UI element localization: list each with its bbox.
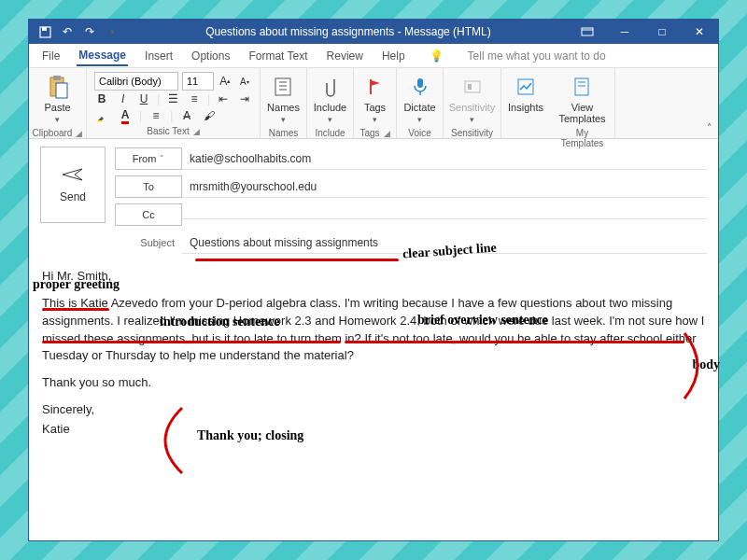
compose-area: Send From ˅ katie@schoolhabits.com To mr… (29, 139, 718, 455)
redo-icon[interactable]: ↷ (83, 25, 96, 38)
address-book-icon (271, 74, 297, 100)
body-thanks: Thank you so much. (42, 374, 705, 392)
align-icon[interactable]: ≡ (148, 107, 164, 124)
font-color-icon[interactable]: A (117, 107, 134, 124)
indent-left-icon[interactable]: ⇤ (216, 91, 231, 107)
tab-format-text[interactable]: Format Text (247, 47, 309, 65)
ribbon-tabs: File Message Insert Options Format Text … (29, 44, 718, 68)
tell-me-input[interactable]: Tell me what you want to do (468, 49, 606, 63)
ribbon-display-icon[interactable] (569, 20, 606, 44)
italic-icon[interactable]: I (115, 91, 130, 107)
ribbon: Paste ▾ Clipboard◢ A▴ A▾ B I U | ☰ ≡ | ⇤ (29, 68, 718, 139)
dictate-button[interactable]: Dictate▾ (404, 72, 435, 126)
sensitivity-button[interactable]: Sensitivity▾ (451, 72, 493, 126)
svg-rect-15 (465, 81, 480, 92)
tab-message[interactable]: Message (77, 46, 128, 66)
tags-button[interactable]: Tags▾ (361, 72, 388, 126)
group-templates: View Templates My Templates (550, 68, 615, 138)
voice-group-label: Voice (404, 126, 435, 141)
font-size-select[interactable] (182, 72, 214, 91)
highlight-icon[interactable] (94, 107, 111, 124)
body-closing-2: Katie (42, 421, 705, 439)
microphone-icon (407, 74, 433, 100)
underline-icon[interactable]: U (136, 91, 151, 107)
svg-rect-18 (575, 78, 588, 95)
svg-rect-16 (468, 84, 472, 90)
format-painter-icon[interactable]: 🖌 (201, 107, 218, 124)
sensitivity-label: Sensitivity (449, 102, 496, 113)
group-voice: Dictate▾ Voice (397, 68, 444, 138)
chevron-down-icon: ▾ (55, 115, 60, 124)
insights-button[interactable]: Insights (509, 72, 543, 115)
include-group-label: Include (315, 126, 345, 141)
shrink-font-icon[interactable]: A▾ (237, 73, 253, 90)
insights-icon (513, 74, 539, 100)
to-button[interactable]: To (115, 175, 182, 198)
names-button[interactable]: Names▾ (268, 72, 299, 126)
include-label: Include (314, 102, 346, 113)
from-button[interactable]: From ˅ (115, 147, 182, 170)
body-paragraph-1: This is Katie Azevedo from your D-period… (42, 295, 705, 365)
group-clipboard: Paste ▾ Clipboard◢ (29, 68, 87, 138)
svg-rect-1 (42, 27, 47, 31)
svg-rect-8 (275, 78, 290, 95)
titlebar: ↶ ↷ ▾ Questions about missing assignment… (29, 20, 718, 44)
indent-right-icon[interactable]: ⇥ (237, 91, 252, 107)
templates-icon (570, 74, 596, 100)
templates-label: View Templates (558, 102, 605, 124)
save-icon[interactable] (38, 25, 51, 38)
svg-rect-7 (97, 120, 102, 122)
group-names: Names▾ Names (261, 68, 307, 138)
sensitivity-group-label: Sensitivity (451, 126, 493, 141)
tags-group-label: Tags (359, 128, 379, 138)
maximize-button[interactable]: □ (643, 20, 681, 44)
clipboard-group-label: Clipboard (33, 128, 73, 138)
bullets-icon[interactable]: ☰ (165, 91, 180, 107)
from-field[interactable]: katie@schoolhabits.com (182, 148, 707, 170)
message-body[interactable]: Hi Mr. Smith, This is Katie Azevedo from… (40, 259, 707, 439)
qat-dropdown-icon[interactable]: ▾ (106, 25, 119, 38)
tab-review[interactable]: Review (325, 47, 365, 65)
clear-format-icon[interactable]: A̶ (178, 107, 195, 124)
bold-icon[interactable]: B (94, 91, 109, 107)
subject-label: Subject (115, 237, 182, 248)
names-group-label: Names (268, 126, 299, 141)
send-button[interactable]: Send (40, 147, 106, 223)
body-closing-1: Sincerely, (42, 401, 705, 419)
group-tags: Tags▾ Tags◢ (354, 68, 397, 138)
flag-icon (362, 74, 388, 100)
minimize-button[interactable]: ─ (606, 20, 643, 44)
close-button[interactable]: ✕ (681, 20, 718, 44)
tab-options[interactable]: Options (190, 47, 232, 65)
view-templates-button[interactable]: View Templates (557, 72, 607, 126)
grow-font-icon[interactable]: A▴ (218, 73, 233, 90)
numbering-icon[interactable]: ≡ (187, 91, 202, 107)
dictate-label: Dictate (403, 102, 435, 113)
clipboard-icon (45, 74, 71, 100)
svg-rect-5 (53, 76, 61, 80)
lightbulb-icon: 💡 (430, 49, 444, 63)
tab-file[interactable]: File (40, 47, 62, 65)
paste-button[interactable]: Paste ▾ (36, 72, 78, 126)
subject-field[interactable]: Questions about missing assignments (182, 232, 707, 254)
undo-icon[interactable]: ↶ (61, 25, 74, 38)
send-label: Send (60, 190, 86, 203)
font-name-select[interactable] (94, 72, 178, 91)
to-field[interactable]: mrsmith@yourschool.edu (182, 176, 707, 198)
send-icon (62, 167, 84, 185)
cc-field[interactable] (182, 211, 707, 219)
group-basic-text: A▴ A▾ B I U | ☰ ≡ | ⇤ ⇥ A | ≡ | A̶ (87, 68, 261, 138)
names-label: Names (267, 102, 300, 113)
collapse-ribbon-icon[interactable]: ˄ (707, 122, 712, 134)
svg-rect-6 (56, 83, 67, 98)
attachment-icon (317, 74, 344, 100)
group-sensitivity: Sensitivity▾ Sensitivity (444, 68, 501, 138)
include-button[interactable]: Include▾ (315, 72, 345, 126)
cc-button[interactable]: Cc (115, 203, 182, 226)
sensitivity-icon (459, 74, 486, 100)
tab-insert[interactable]: Insert (143, 47, 175, 65)
tab-help[interactable]: Help (380, 47, 407, 65)
paste-label: Paste (44, 102, 70, 113)
svg-rect-13 (417, 78, 423, 88)
insights-label: Insights (508, 102, 543, 113)
